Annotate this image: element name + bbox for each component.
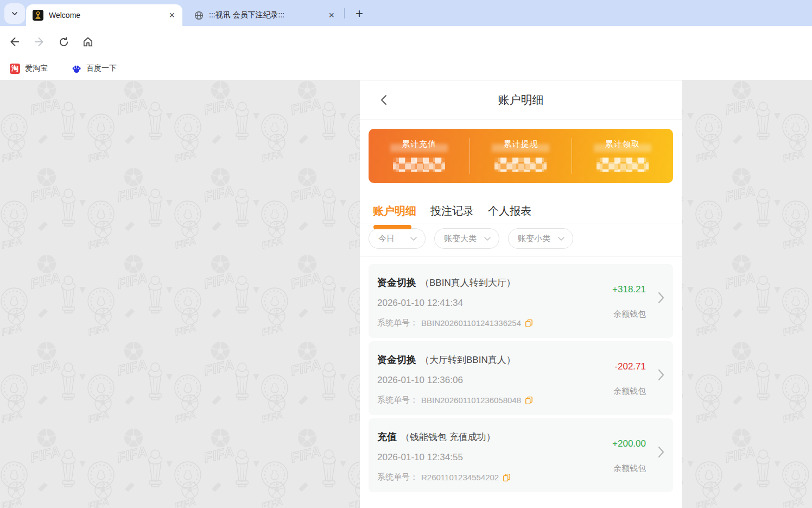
chevron-right-icon[interactable] bbox=[658, 446, 664, 460]
censor-blur bbox=[594, 144, 651, 152]
chevron-down-icon bbox=[484, 237, 491, 241]
censored-value-mosaic bbox=[494, 158, 547, 172]
bookmark-label: 爱淘宝 bbox=[25, 64, 48, 73]
transaction-type: 资金切换 bbox=[377, 354, 416, 365]
censor-blur bbox=[390, 144, 448, 152]
bookmark-taobao[interactable]: 淘 爱淘宝 bbox=[10, 64, 48, 74]
filter-dropdown[interactable]: 账变大类 bbox=[434, 228, 499, 249]
transaction-card[interactable]: 充值（钱能钱包 充值成功） 2026-01-10 12:34:55 系统单号：R… bbox=[369, 418, 673, 492]
censor-blur bbox=[492, 144, 549, 152]
wallet-label: 余额钱包 bbox=[613, 463, 646, 474]
tab-separator bbox=[344, 8, 345, 18]
tab-title: Welcome bbox=[49, 11, 162, 20]
copy-icon[interactable] bbox=[525, 396, 533, 405]
transaction-title: 资金切换（BBIN真人转到大厅） bbox=[377, 276, 516, 289]
back-button[interactable] bbox=[7, 34, 22, 49]
tab-search-button[interactable] bbox=[4, 3, 25, 24]
censored-value-mosaic bbox=[393, 158, 445, 172]
browser-toolbar: ld48.com/reports/index?tab=0 bbox=[0, 26, 812, 57]
back-button-page[interactable] bbox=[377, 93, 390, 106]
back-chevron-icon bbox=[380, 95, 387, 105]
summary-card: 累计充值 累计提现 累计领取 bbox=[369, 129, 673, 183]
chevron-down-icon bbox=[10, 9, 19, 18]
wallet-label: 余额钱包 bbox=[613, 386, 646, 397]
browser-window: Welcome × :::视讯 会员下注纪录::: × + bbox=[0, 0, 812, 508]
transaction-time: 2026-01-10 12:41:34 bbox=[377, 298, 463, 309]
transaction-amount: +318.21 bbox=[612, 284, 646, 295]
order-number: BBIN202601101241336254 bbox=[421, 318, 521, 328]
transaction-time: 2026-01-10 12:34:55 bbox=[377, 452, 463, 463]
close-tab-icon[interactable]: × bbox=[168, 10, 176, 20]
site-favicon-trophy-icon bbox=[33, 10, 43, 21]
transaction-title: 资金切换（大厅转到BBIN真人） bbox=[377, 353, 516, 366]
transaction-detail: （BBIN真人转到大厅） bbox=[420, 278, 516, 288]
report-tab[interactable]: 个人报表 bbox=[488, 204, 531, 223]
bookmark-baidu[interactable]: 百度一下 bbox=[72, 64, 117, 73]
transaction-type: 充值 bbox=[377, 431, 397, 442]
filter-dropdown[interactable]: 账变小类 bbox=[508, 228, 573, 249]
summary-stat: 累计领取 bbox=[572, 138, 673, 174]
copy-icon[interactable] bbox=[525, 319, 533, 328]
account-detail-panel: 账户明细 累计充值 累计提现 累计领取 账户明细 投注记录 个人报表 今日 账变… bbox=[360, 80, 682, 508]
forward-button[interactable] bbox=[31, 34, 47, 49]
home-button[interactable] bbox=[80, 34, 96, 49]
transaction-amount: +200.00 bbox=[612, 438, 646, 449]
filter-dropdown[interactable]: 今日 bbox=[369, 228, 426, 249]
baidu-paw-icon bbox=[72, 64, 81, 73]
bookmark-label: 百度一下 bbox=[86, 64, 117, 73]
chevron-down-icon bbox=[410, 237, 417, 241]
transaction-detail: （钱能钱包 充值成功） bbox=[401, 432, 496, 442]
transaction-type: 资金切换 bbox=[377, 277, 416, 288]
chevron-down-icon bbox=[558, 237, 564, 241]
order-number-row: 系统单号：BBIN202601101241336254 bbox=[377, 318, 533, 328]
taobao-icon: 淘 bbox=[10, 64, 20, 74]
transaction-amount: -202.71 bbox=[614, 361, 646, 372]
transaction-card[interactable]: 资金切换（大厅转到BBIN真人） 2026-01-10 12:36:06 系统单… bbox=[369, 341, 673, 415]
order-number-row: 系统单号：R2601101234554202 bbox=[377, 472, 511, 482]
chevron-right-icon[interactable] bbox=[658, 292, 664, 306]
filter-label: 账变小类 bbox=[518, 234, 550, 244]
chevron-right-icon[interactable] bbox=[658, 369, 664, 383]
transaction-detail: （大厅转到BBIN真人） bbox=[420, 355, 516, 365]
tab-strip: Welcome × :::视讯 会员下注纪录::: × + bbox=[0, 0, 812, 26]
order-number-row: 系统单号：BBIN202601101236058048 bbox=[377, 395, 533, 405]
bookmarks-bar: 淘 爱淘宝 百度一下 bbox=[0, 57, 812, 80]
transaction-card[interactable]: 资金切换（BBIN真人转到大厅） 2026-01-10 12:41:34 系统单… bbox=[369, 264, 673, 338]
order-number-label: 系统单号： bbox=[377, 472, 418, 482]
filter-label: 账变大类 bbox=[444, 234, 477, 244]
report-tab[interactable]: 投注记录 bbox=[430, 204, 474, 223]
report-tab[interactable]: 账户明细 bbox=[373, 204, 416, 223]
summary-stat: 累计提现 bbox=[470, 138, 571, 174]
browser-tab-welcome[interactable]: Welcome × bbox=[26, 4, 182, 26]
page-content: FIFA FIFA bbox=[0, 80, 812, 508]
order-number-label: 系统单号： bbox=[377, 395, 418, 405]
transaction-list: 资金切换（BBIN真人转到大厅） 2026-01-10 12:41:34 系统单… bbox=[360, 256, 682, 492]
order-number: R2601101234554202 bbox=[421, 473, 499, 482]
copy-icon[interactable] bbox=[503, 473, 511, 482]
censored-value-mosaic bbox=[597, 158, 649, 172]
panel-header: 账户明细 bbox=[360, 80, 682, 120]
order-number: BBIN202601101236058048 bbox=[421, 396, 521, 405]
filter-label: 今日 bbox=[378, 234, 395, 244]
wallet-label: 余额钱包 bbox=[613, 309, 646, 319]
reload-button[interactable] bbox=[56, 34, 71, 49]
globe-icon bbox=[194, 11, 204, 20]
summary-stat: 累计充值 bbox=[369, 138, 470, 174]
browser-tab-records[interactable]: :::视讯 会员下注纪录::: × bbox=[188, 4, 342, 26]
report-tabs: 账户明细 投注记录 个人报表 bbox=[360, 192, 682, 223]
transaction-title: 充值（钱能钱包 充值成功） bbox=[377, 430, 496, 443]
close-tab-icon[interactable]: × bbox=[327, 10, 335, 20]
new-tab-button[interactable]: + bbox=[351, 5, 368, 22]
page-title: 账户明细 bbox=[498, 92, 544, 108]
order-number-label: 系统单号： bbox=[377, 318, 418, 328]
tab-title: :::视讯 会员下注纪录::: bbox=[209, 10, 322, 20]
transaction-time: 2026-01-10 12:36:06 bbox=[377, 375, 463, 386]
